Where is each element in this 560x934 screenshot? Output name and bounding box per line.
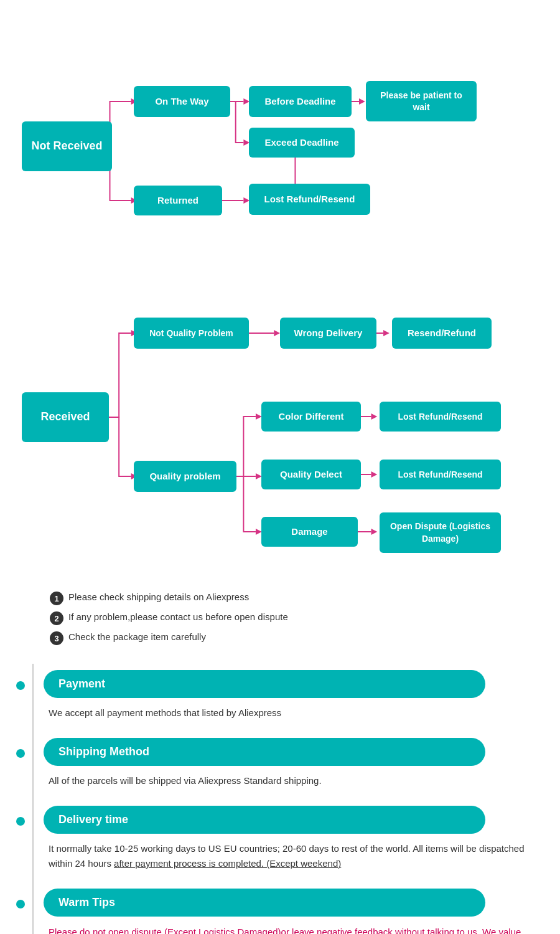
box-lost-refund-color: Lost Refund/Resend xyxy=(380,402,501,432)
chart2: Received Not Quality Problem Wrong Deliv… xyxy=(19,293,541,567)
note-number-3: 3 xyxy=(50,631,63,645)
info-block-payment: Payment We accept all payment methods th… xyxy=(25,670,535,720)
header-warmtips: Warm Tips xyxy=(44,889,485,917)
note-number-1: 1 xyxy=(50,592,63,605)
header-payment: Payment xyxy=(44,670,485,698)
box-lost-refund-defect: Lost Refund/Resend xyxy=(380,460,501,489)
box-resend-refund: Resend/Refund xyxy=(392,318,492,349)
box-damage: Damage xyxy=(261,517,358,547)
header-shipping: Shipping Method xyxy=(44,738,485,766)
chart1: Not Received On The Way Before Deadline … xyxy=(19,25,541,262)
box-quality-problem: Quality problem xyxy=(134,461,236,492)
note-text-1: Please check shipping details on Aliexpr… xyxy=(68,592,249,602)
box-on-the-way: On The Way xyxy=(134,86,230,117)
box-lost-refund-1: Lost Refund/Resend xyxy=(249,184,370,215)
info-block-delivery: Delivery time It normally take 10-25 wor… xyxy=(25,806,535,871)
flowchart-section-2: Received Not Quality Problem Wrong Deliv… xyxy=(12,280,548,585)
box-color-different: Color Different xyxy=(261,402,361,432)
note-number-2: 2 xyxy=(50,611,63,625)
box-exceed-deadline: Exceed Deadline xyxy=(249,128,355,158)
dot-shipping xyxy=(16,749,25,758)
dot-delivery xyxy=(16,817,25,826)
svg-marker-6 xyxy=(359,98,365,105)
note-item-3: 3 Check the package item carefully xyxy=(50,631,535,645)
box-before-deadline: Before Deadline xyxy=(249,86,352,117)
box-patient: Please be patient to wait xyxy=(366,81,477,121)
note-text-3: Check the package item carefully xyxy=(68,631,206,642)
box-wrong-delivery: Wrong Delivery xyxy=(280,318,376,349)
svg-marker-22 xyxy=(371,413,378,420)
dot-payment xyxy=(16,681,25,690)
note-text-2: If any problem,please contact us before … xyxy=(68,611,288,622)
box-not-received: Not Received xyxy=(22,121,112,171)
info-block-shipping: Shipping Method All of the parcels will … xyxy=(25,738,535,788)
body-payment: We accept all payment methods that liste… xyxy=(44,698,535,720)
box-not-quality: Not Quality Problem xyxy=(134,318,249,349)
flowchart-section-1: Not Received On The Way Before Deadline … xyxy=(12,12,548,280)
info-wrapper: Payment We accept all payment methods th… xyxy=(12,664,548,934)
svg-marker-24 xyxy=(371,471,378,478)
header-delivery: Delivery time xyxy=(44,806,485,834)
box-quality-defect: Quality Delect xyxy=(261,460,361,489)
svg-marker-14 xyxy=(274,330,280,336)
svg-marker-16 xyxy=(383,330,390,336)
svg-marker-26 xyxy=(371,529,378,535)
box-returned: Returned xyxy=(134,186,222,215)
info-block-warmtips: Warm Tips Please do not open dispute (Ex… xyxy=(25,889,535,934)
note-item-2: 2 If any problem,please contact us befor… xyxy=(50,611,535,625)
body-warmtips: Please do not open dispute (Except Logis… xyxy=(44,917,535,934)
body-delivery: It normally take 10-25 working days to U… xyxy=(44,834,535,871)
box-open-dispute: Open Dispute (Logistics Damage) xyxy=(380,512,501,553)
dot-warmtips xyxy=(16,900,25,908)
body-shipping: All of the parcels will be shipped via A… xyxy=(44,766,535,788)
box-received: Received xyxy=(22,392,109,442)
notes-section: 1 Please check shipping details on Aliex… xyxy=(12,585,548,664)
note-item-1: 1 Please check shipping details on Aliex… xyxy=(50,592,535,605)
